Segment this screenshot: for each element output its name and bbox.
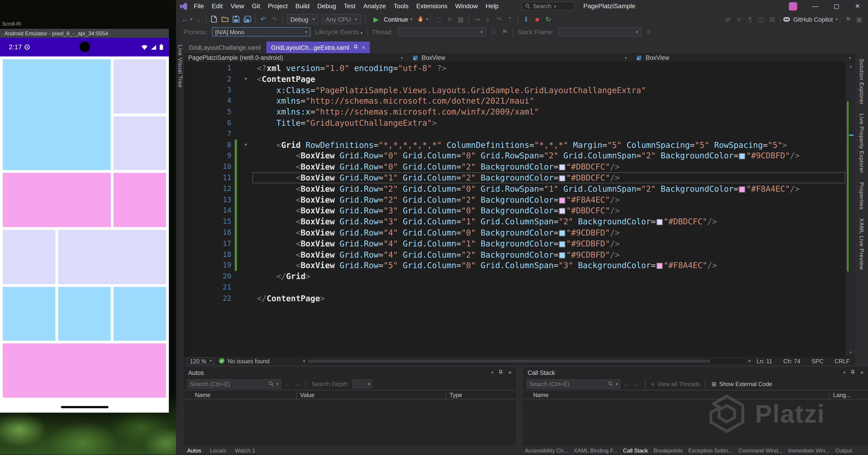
call-stack-search-input[interactable]: Search (Ctrl+E) ▾ [526, 379, 621, 388]
pin-icon[interactable] [353, 44, 358, 51]
tool-tab[interactable]: Locals [210, 447, 226, 453]
search-next-icon[interactable]: → [633, 381, 640, 387]
scroll-up-icon[interactable]: ▴ [846, 64, 855, 69]
maximize-button[interactable]: ▢ [826, 0, 847, 12]
line-number[interactable]: 13 [196, 194, 231, 205]
emulator-screen[interactable]: 2:17 [0, 38, 169, 413]
solution-platform-dropdown[interactable]: Any CPU▾ [322, 14, 361, 24]
code-line-17[interactable]: 17 <BoxView Grid.Row="4" Grid.Column="1"… [184, 238, 845, 249]
editor-vertical-scrollbar[interactable]: ▴ ▾ [845, 63, 855, 356]
tool-tab[interactable]: Watch 1 [235, 447, 255, 453]
break-all-icon[interactable]: ‖ [521, 13, 531, 25]
menu-item[interactable]: Project [264, 0, 291, 12]
tool-tab[interactable]: Call Stack [623, 447, 648, 453]
code-line-11[interactable]: 11 <BoxView Grid.Row="1" Grid.Column="2"… [184, 172, 845, 183]
step-into-icon[interactable]: ⇣ [483, 13, 493, 25]
hscroll-right-icon[interactable]: ▸ [749, 358, 751, 363]
close-icon[interactable]: × [508, 369, 512, 375]
fold-chevron-icon[interactable]: ▾ [241, 73, 250, 85]
horizontal-scrollbar[interactable] [308, 359, 746, 363]
step-over-icon[interactable]: ↷ [494, 13, 504, 25]
code-line-6[interactable]: 6 Title="GridLayoutChallangeExtra"> [184, 118, 845, 128]
hscroll-left-icon[interactable]: ◂ [303, 358, 305, 363]
health-indicator[interactable]: No issues found [219, 358, 270, 364]
minimize-button[interactable]: — [805, 0, 826, 12]
code-editor[interactable]: 1<?xml version="1.0" encoding="utf-8" ?>… [184, 63, 855, 356]
search-next-icon[interactable]: → [294, 381, 300, 387]
navigate-back-icon[interactable]: ← [180, 13, 190, 25]
code-line-14[interactable]: 14 <BoxView Grid.Row="3" Grid.Column="0"… [184, 205, 845, 216]
line-number[interactable]: 16 [196, 227, 231, 238]
tab-gridlayoutchallange[interactable]: GridLayoutChallange.xaml [184, 41, 266, 53]
line-number[interactable]: 14 [196, 205, 231, 216]
side-tab[interactable]: Properties [859, 182, 865, 210]
navigate-forward-icon[interactable]: → [193, 13, 203, 25]
menu-item[interactable]: Window [451, 0, 482, 12]
line-number[interactable]: 2 [196, 73, 231, 85]
type-dropdown[interactable]: BoxView▾ [408, 53, 632, 62]
tool-tab[interactable]: Autos [187, 447, 201, 453]
tab-gridlayoutchallangeextra-active[interactable]: GridLayoutCh...geExtra.xaml × [266, 41, 371, 53]
code-line-18[interactable]: 18 <BoxView Grid.Row="4" Grid.Column="2"… [184, 249, 845, 260]
column-type[interactable]: Type [450, 392, 462, 398]
redo-icon[interactable]: ↷ [269, 13, 279, 25]
code-line-8[interactable]: 8▾ <Grid RowDefinitions="*,*,*,*,*,*" Co… [184, 140, 845, 150]
hscroll-thumb[interactable] [308, 359, 710, 363]
menu-item[interactable]: Build [291, 0, 313, 12]
code-line-4[interactable]: 4 xmlns="http://schemas.microsoft.com/do… [184, 95, 845, 106]
window-position-icon[interactable]: ▾ [492, 370, 494, 374]
tool-tab[interactable]: Accessibility Ch... [525, 447, 568, 453]
close-button[interactable]: ✕ [847, 0, 868, 12]
step-out-icon[interactable]: ⇡ [505, 13, 515, 25]
column-name[interactable]: Name [533, 392, 549, 398]
status-line-ending[interactable]: CRLF [835, 358, 850, 364]
tool-tab[interactable]: Output [835, 447, 852, 453]
menu-item[interactable]: Git [248, 0, 264, 12]
menu-item[interactable]: Debug [313, 0, 340, 12]
tool-tab[interactable]: Command Wind... [739, 447, 783, 453]
code-line-15[interactable]: 15 <BoxView Grid.Row="3" Grid.Column="1"… [184, 216, 845, 227]
line-number[interactable]: 1 [196, 63, 231, 73]
autos-search-input[interactable]: Search (Ctrl+E) ▾ [187, 379, 281, 388]
line-number[interactable]: 11 [196, 172, 231, 183]
modules-icon[interactable]: ▦ [456, 13, 466, 25]
search-prev-icon[interactable]: ← [285, 381, 291, 387]
code-line-7[interactable]: 7 [184, 128, 845, 140]
menu-item[interactable]: Analyze [360, 0, 390, 12]
line-number[interactable]: 18 [196, 249, 231, 260]
tool-tab[interactable]: Exception Settin... [688, 447, 733, 453]
restart-icon[interactable]: ↻ [543, 13, 553, 25]
line-number[interactable]: 21 [196, 282, 231, 293]
side-tab[interactable]: Live Property Explorer [859, 113, 865, 173]
lifecycle-events-button[interactable]: Lifecycle Events ▾ [315, 29, 363, 35]
side-tab[interactable]: Solution Explorer [859, 59, 865, 104]
menu-item[interactable]: Test [340, 0, 359, 12]
line-number[interactable]: 15 [196, 216, 231, 227]
code-line-2[interactable]: 2▾<ContentPage [184, 73, 845, 85]
menu-item[interactable]: Help [482, 0, 502, 12]
code-line-21[interactable]: 21 [184, 282, 845, 293]
line-number[interactable]: 9 [196, 150, 231, 161]
member-list-icon[interactable]: ≡ [734, 13, 744, 25]
process-dropdown[interactable]: [N/A] Mono▾ [212, 27, 310, 36]
column-value[interactable]: Value [300, 392, 314, 398]
account-avatar[interactable] [789, 2, 797, 10]
line-number[interactable]: 20 [196, 271, 231, 282]
project-dropdown[interactable]: PagePlatziSample (net8.0-android)▾ [184, 53, 408, 62]
undo-icon[interactable]: ↶ [258, 13, 268, 25]
search-prev-icon[interactable]: ← [624, 381, 630, 387]
line-number[interactable]: 3 [196, 85, 231, 95]
side-tab-live-visual-tree[interactable]: Live Visual Tree [176, 41, 184, 91]
line-number[interactable]: 22 [196, 293, 231, 304]
line-number[interactable]: 7 [196, 128, 231, 140]
code-line-19[interactable]: 19 <BoxView Grid.Row="5" Grid.Column="0"… [184, 260, 845, 271]
split-window-icon[interactable]: ◫ [756, 13, 766, 25]
window-position-icon[interactable]: ▾ [843, 370, 845, 374]
code-line-13[interactable]: 13 <BoxView Grid.Row="2" Grid.Column="2"… [184, 194, 845, 205]
view-all-threads-button[interactable]: ≡ View all Threads [651, 381, 700, 387]
code-line-16[interactable]: 16 <BoxView Grid.Row="4" Grid.Column="0"… [184, 227, 845, 238]
line-number[interactable]: 5 [196, 106, 231, 117]
zoom-dropdown[interactable]: 120 %▾ [187, 357, 214, 365]
line-number[interactable]: 17 [196, 238, 231, 249]
line-number[interactable]: 19 [196, 260, 231, 271]
